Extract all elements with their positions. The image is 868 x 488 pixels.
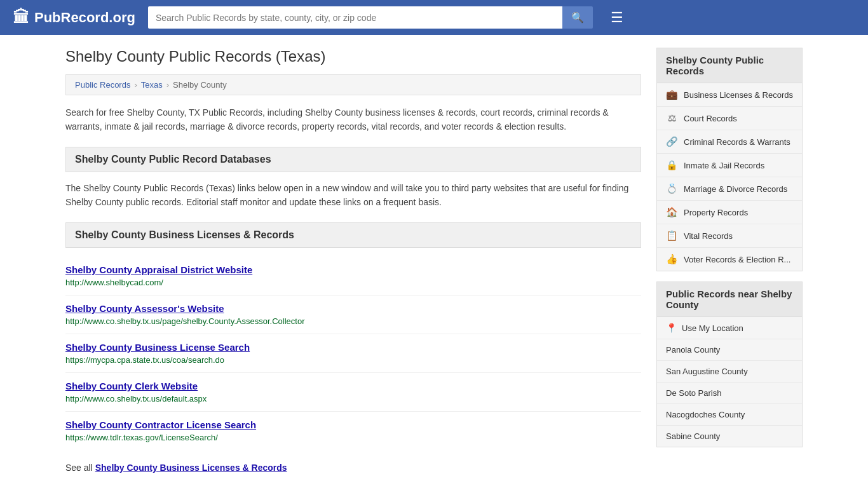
see-all: See all Shelby County Business Licenses … xyxy=(65,456,641,473)
record-url[interactable]: http://www.co.shelby.tx.us/default.aspx xyxy=(65,394,207,403)
sidebar-record-type-item[interactable]: ⚖ Court Records xyxy=(657,107,802,130)
breadcrumb-sep2: › xyxy=(166,80,169,90)
sidebar-records-header: Shelby County Public Records xyxy=(657,48,802,83)
sidebar-record-type-item[interactable]: 📋 Vital Records xyxy=(657,224,802,248)
record-url[interactable]: https://mycpa.cpa.state.tx.us/coa/search… xyxy=(65,355,224,365)
page-title: Shelby County Public Records (Texas) xyxy=(65,48,641,65)
sidebar-record-label: Court Records xyxy=(684,114,737,123)
nearby-county-item[interactable]: Nacogdoches County xyxy=(657,404,802,426)
record-entry: Shelby County Appraisal District Website… xyxy=(65,257,641,295)
sidebar-record-types: 💼 Business Licenses & Records ⚖ Court Re… xyxy=(657,83,802,271)
logo-text: PubRecord.org xyxy=(34,10,135,26)
sidebar-record-icon: 🔗 xyxy=(666,136,677,147)
search-icon: 🔍 xyxy=(571,12,584,23)
breadcrumb: Public Records › Texas › Shelby County xyxy=(65,74,641,95)
header: 🏛 PubRecord.org 🔍 ☰ xyxy=(0,0,868,35)
sidebar-record-icon: 👍 xyxy=(666,254,677,265)
use-location-item[interactable]: 📍Use My Location xyxy=(657,317,802,339)
nearby-county-item[interactable]: Panola County xyxy=(657,339,802,361)
record-title[interactable]: Shelby County Contractor License Search xyxy=(65,419,641,430)
record-title[interactable]: Shelby County Appraisal District Website xyxy=(65,264,641,275)
sidebar-record-label: Vital Records xyxy=(684,231,733,241)
sidebar-nearby: 📍Use My LocationPanola CountySan Augusti… xyxy=(657,317,802,447)
sidebar-record-icon: 📋 xyxy=(666,230,677,241)
sidebar-nearby-box: Public Records near Shelby County 📍Use M… xyxy=(656,281,803,447)
sidebar-record-icon: 💍 xyxy=(666,183,677,194)
db-section-header: Shelby County Public Record Databases xyxy=(65,147,641,172)
see-all-prefix: See all xyxy=(65,463,93,473)
breadcrumb-state[interactable]: Texas xyxy=(141,80,163,90)
db-description: The Shelby County Public Records (Texas)… xyxy=(65,181,641,210)
sidebar-record-icon: ⚖ xyxy=(666,112,677,124)
menu-button[interactable]: ☰ xyxy=(611,11,623,25)
record-entry: Shelby County Assessor's Website http://… xyxy=(65,295,641,334)
sidebar-record-type-item[interactable]: 🔒 Inmate & Jail Records xyxy=(657,154,802,177)
nearby-county-item[interactable]: San Augustine County xyxy=(657,361,802,383)
biz-section-header: Shelby County Business Licenses & Record… xyxy=(65,222,641,248)
search-input[interactable] xyxy=(148,6,562,29)
record-entry: Shelby County Clerk Website http://www.c… xyxy=(65,373,641,412)
record-url[interactable]: https://www.tdlr.texas.gov/LicenseSearch… xyxy=(65,433,218,442)
record-entry: Shelby County Business License Search ht… xyxy=(65,334,641,373)
sidebar-record-label: Property Records xyxy=(684,208,748,217)
sidebar-record-icon: 🏠 xyxy=(666,207,677,218)
sidebar-record-type-item[interactable]: 👍 Voter Records & Election R... xyxy=(657,248,802,271)
logo-icon: 🏛 xyxy=(13,8,29,27)
main-content: Shelby County Public Records (Texas) Pub… xyxy=(65,48,641,473)
record-url[interactable]: http://www.shelbycad.com/ xyxy=(65,278,163,287)
sidebar-nearby-header: Public Records near Shelby County xyxy=(657,282,802,317)
sidebar-record-type-item[interactable]: 💍 Marriage & Divorce Records xyxy=(657,177,802,201)
sidebar-record-type-item[interactable]: 💼 Business Licenses & Records xyxy=(657,83,802,107)
menu-icon: ☰ xyxy=(611,10,623,25)
record-url[interactable]: http://www.co.shelby.tx.us/page/shelby.C… xyxy=(65,316,304,326)
breadcrumb-sep1: › xyxy=(134,80,137,90)
sidebar-record-label: Marriage & Divorce Records xyxy=(684,184,787,194)
sidebar-record-icon: 💼 xyxy=(666,89,677,100)
search-button[interactable]: 🔍 xyxy=(562,6,593,29)
record-title[interactable]: Shelby County Clerk Website xyxy=(65,381,641,391)
sidebar-record-type-item[interactable]: 🏠 Property Records xyxy=(657,201,802,224)
sidebar-record-label: Business Licenses & Records xyxy=(684,90,793,100)
sidebar-records-box: Shelby County Public Records 💼 Business … xyxy=(656,48,803,271)
nearby-county-item[interactable]: Sabine County xyxy=(657,426,802,447)
sidebar-record-label: Criminal Records & Warrants xyxy=(684,137,790,147)
see-all-link[interactable]: Shelby County Business Licenses & Record… xyxy=(95,463,287,473)
record-title[interactable]: Shelby County Assessor's Website xyxy=(65,303,641,314)
search-bar: 🔍 xyxy=(148,6,593,29)
location-icon: 📍 xyxy=(666,323,677,333)
nearby-county-item[interactable]: De Soto Parish xyxy=(657,383,802,404)
record-title[interactable]: Shelby County Business License Search xyxy=(65,342,641,353)
sidebar: Shelby County Public Records 💼 Business … xyxy=(656,48,803,473)
sidebar-record-label: Voter Records & Election R... xyxy=(684,255,790,264)
logo[interactable]: 🏛 PubRecord.org xyxy=(13,8,135,27)
record-entry: Shelby County Contractor License Search … xyxy=(65,412,641,450)
sidebar-record-type-item[interactable]: 🔗 Criminal Records & Warrants xyxy=(657,130,802,154)
breadcrumb-home[interactable]: Public Records xyxy=(75,80,130,90)
sidebar-record-icon: 🔒 xyxy=(666,159,677,171)
records-list: Shelby County Appraisal District Website… xyxy=(65,257,641,450)
use-location-label: Use My Location xyxy=(682,323,743,333)
page-wrapper: Shelby County Public Records (Texas) Pub… xyxy=(53,35,815,485)
page-description: Search for free Shelby County, TX Public… xyxy=(65,105,641,134)
sidebar-record-label: Inmate & Jail Records xyxy=(684,161,764,170)
breadcrumb-county: Shelby County xyxy=(173,80,227,90)
